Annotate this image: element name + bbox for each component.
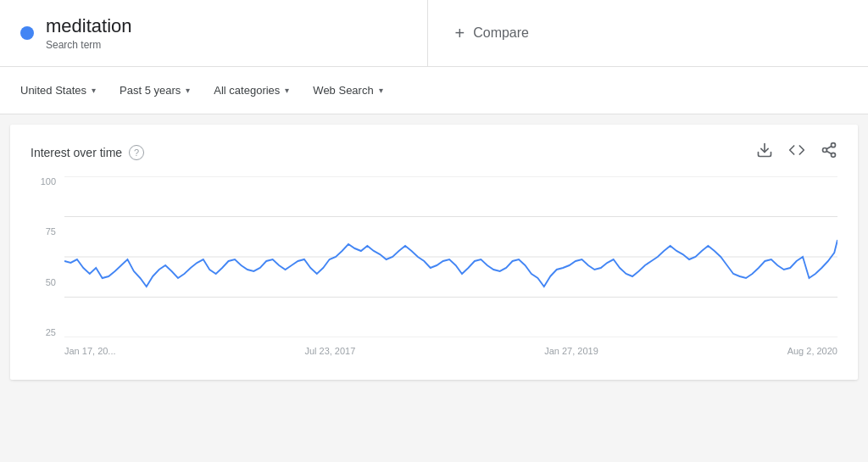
filters-bar: United States ▾ Past 5 years ▾ All categ… [0, 67, 868, 114]
svg-line-5 [826, 146, 832, 148]
chevron-down-icon: ▾ [285, 86, 289, 95]
chart-section: Interest over time ? [10, 125, 858, 380]
y-axis-labels: 100 75 50 25 [31, 176, 61, 337]
filter-region[interactable]: United States ▾ [10, 77, 106, 103]
help-icon[interactable]: ? [129, 145, 144, 160]
compare-label: Compare [473, 25, 529, 41]
download-icon[interactable] [756, 142, 773, 163]
chart-actions [756, 142, 837, 163]
x-label-2: Jul 23, 2017 [304, 346, 355, 356]
filter-category[interactable]: All categories ▾ [203, 77, 299, 103]
chevron-down-icon: ▾ [379, 86, 383, 95]
search-term-box: meditation Search term [0, 0, 428, 66]
chevron-down-icon: ▾ [92, 86, 96, 95]
search-term-text: meditation Search term [46, 15, 132, 51]
filter-time[interactable]: Past 5 years ▾ [109, 77, 200, 103]
svg-line-4 [826, 151, 832, 153]
embed-icon[interactable] [788, 142, 805, 163]
chart-title-group: Interest over time ? [31, 145, 144, 160]
filter-time-label: Past 5 years [120, 84, 181, 97]
y-label-100: 100 [41, 176, 56, 186]
share-icon[interactable] [821, 142, 837, 163]
term-dot [20, 26, 34, 40]
x-axis-labels: Jan 17, 20... Jul 23, 2017 Jan 27, 2019 … [64, 339, 837, 363]
y-label-75: 75 [46, 226, 56, 237]
filter-category-label: All categories [214, 84, 280, 97]
chart-title: Interest over time [31, 146, 122, 159]
chart-area: 100 75 50 25 Jan 17, 20... Jul 23, 2017 … [31, 176, 837, 363]
x-label-4: Aug 2, 2020 [787, 346, 837, 356]
chevron-down-icon: ▾ [186, 86, 190, 95]
filter-search-type-label: Web Search [313, 84, 373, 97]
term-name: meditation [46, 15, 132, 37]
chart-header: Interest over time ? [31, 142, 837, 163]
trend-line-chart [64, 176, 837, 337]
chart-inner [64, 176, 837, 337]
top-section: meditation Search term + Compare [0, 0, 868, 67]
filter-region-label: United States [20, 84, 86, 97]
x-label-3: Jan 27, 2019 [544, 346, 598, 356]
term-sublabel: Search term [46, 39, 132, 51]
y-label-25: 25 [46, 327, 56, 337]
y-label-50: 50 [46, 277, 56, 287]
filter-search-type[interactable]: Web Search ▾ [303, 77, 392, 103]
compare-plus-icon: + [455, 24, 465, 43]
compare-box[interactable]: + Compare [428, 0, 869, 66]
x-label-1: Jan 17, 20... [64, 346, 116, 356]
